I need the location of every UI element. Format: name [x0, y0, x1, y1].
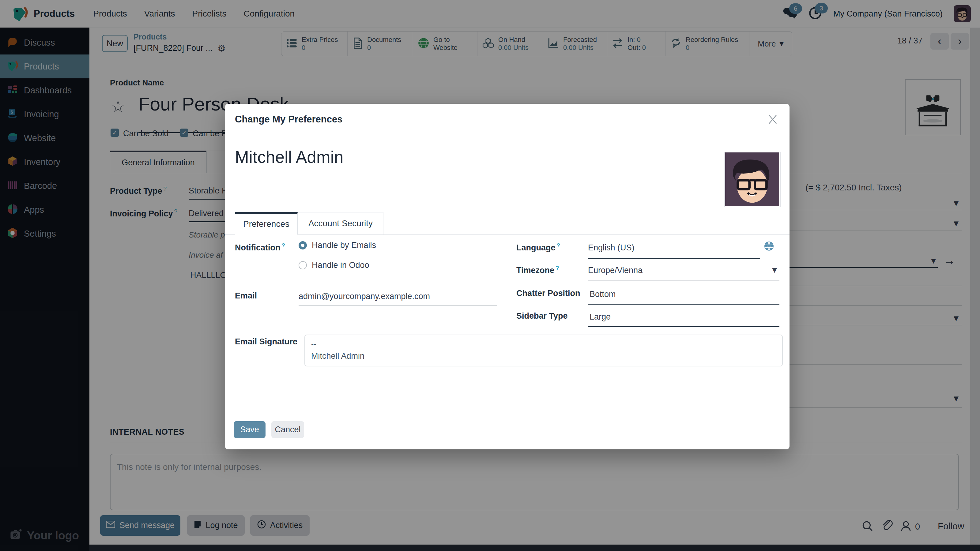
- dialog-title: Change My Preferences: [235, 114, 342, 125]
- screen: Products Products Variants Pricelists Co…: [0, 0, 980, 551]
- dialog-header: Change My Preferences: [225, 104, 789, 135]
- language-field[interactable]: English (US): [588, 243, 635, 252]
- dialog-tabs: Preferences Account Security: [225, 212, 789, 235]
- preferences-dialog: Change My Preferences Mitchell Admin Pre…: [225, 104, 789, 449]
- chatter-position-label: Chatter Position: [516, 289, 580, 298]
- timezone-select[interactable]: Europe/Vienna: [588, 266, 643, 275]
- language-underline: [588, 258, 760, 259]
- timezone-label: Timezone?: [516, 265, 559, 275]
- save-button[interactable]: Save: [234, 421, 266, 438]
- close-icon[interactable]: [767, 114, 778, 128]
- email-field[interactable]: admin@yourcompany.example.com: [299, 292, 430, 301]
- chevron-down-icon[interactable]: ▼: [772, 266, 777, 274]
- help-icon: ?: [555, 265, 559, 271]
- signature-line: Mitchell Admin: [305, 348, 782, 361]
- language-label: Language?: [516, 242, 560, 252]
- radio-selected-icon: [299, 241, 307, 249]
- tab-preferences[interactable]: Preferences: [235, 212, 298, 235]
- user-avatar-large[interactable]: [724, 152, 781, 207]
- user-name-heading: Mitchell Admin: [235, 147, 344, 167]
- email-signature-label: Email Signature: [235, 337, 298, 346]
- globe-icon[interactable]: [764, 241, 775, 253]
- dialog-footer-divider: [225, 410, 789, 410]
- radio-handle-in-odoo[interactable]: Handle in Odoo: [299, 260, 369, 270]
- sidebar-type-underline: [588, 326, 780, 327]
- chatter-position-underline: [588, 304, 780, 305]
- help-icon: ?: [282, 242, 285, 249]
- help-icon: ?: [557, 242, 560, 249]
- tab-account-security[interactable]: Account Security: [298, 212, 383, 235]
- sidebar-type-label: Sidebar Type: [516, 311, 568, 321]
- cancel-button[interactable]: Cancel: [271, 421, 304, 438]
- chatter-position-select[interactable]: Bottom: [590, 290, 616, 299]
- email-label: Email: [235, 291, 257, 301]
- notification-label: Notification?: [235, 242, 285, 252]
- sidebar-type-select[interactable]: Large: [590, 312, 611, 322]
- radio-unselected-icon: [299, 261, 307, 269]
- email-signature-editor[interactable]: -- Mitchell Admin: [304, 335, 783, 367]
- signature-line: --: [305, 335, 782, 348]
- timezone-underline: [588, 280, 780, 281]
- radio-handle-by-emails[interactable]: Handle by Emails: [299, 241, 376, 250]
- email-underline: [299, 305, 497, 306]
